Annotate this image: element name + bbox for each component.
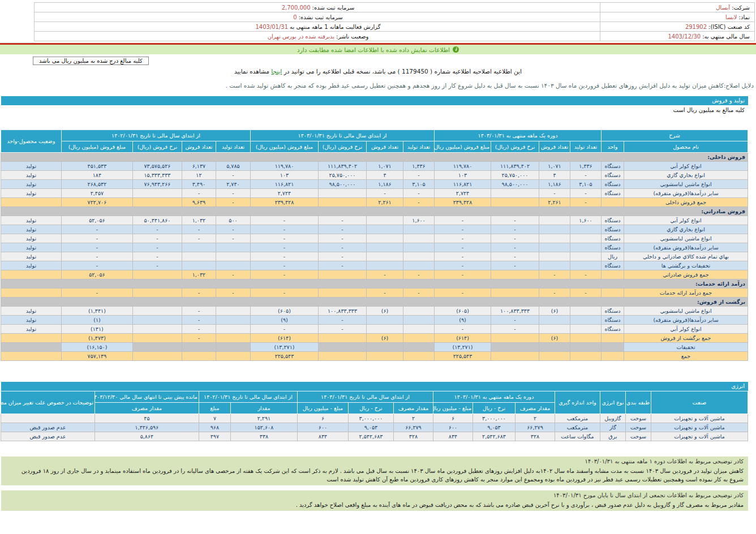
table-cell <box>319 352 367 361</box>
table-cell: تولید <box>1 234 61 243</box>
table-cell: بهاي تمام شده کالاي صادراتي و داخلي <box>624 252 748 261</box>
table-cell: ۷۶,۹۴۳,۲۶۶ <box>132 180 182 189</box>
subheader-amount: مبلغ - میلیون ریال <box>297 403 348 414</box>
table-cell: دستگاه <box>602 261 624 270</box>
table-cell: - <box>132 252 182 261</box>
table-cell: انواع کولر آبي <box>624 325 748 334</box>
table-cell: - <box>491 243 539 252</box>
table-cell: - <box>435 325 491 334</box>
table-cell <box>403 243 435 252</box>
table-cell: دستگاه <box>602 225 624 234</box>
table-cell <box>539 343 570 352</box>
col-group-energy-remain: مانده پیش بیني تا انتهای سال مالي ۱۴۰۳/۱… <box>94 391 199 403</box>
summary-row: جمع فروش صادراتي-------۱,۰۳۲۵۲,۰۵۶ <box>1 270 748 279</box>
company-field: کد صنعت (ISIC):291902 <box>600 22 755 32</box>
table-cell: جمع درآمد ارائه خدمات <box>624 288 748 298</box>
summary-row: جمع۲۲۵,۵۴۳۲۲۵,۵۴۳۷۵۷,۱۳۹ <box>1 352 748 361</box>
table-cell: - <box>182 334 216 343</box>
table-cell: ۱۰۰,۸۳۳,۳۳۳ <box>491 307 539 316</box>
product-row: بهاي تمام شده کالاي صادراتي و داخليریال-… <box>1 252 748 261</box>
company-field: گزارش فعالیت ماهانه 1 ماهه منتهی به1403/… <box>35 22 600 32</box>
production-section-title: تولید و فروش <box>1 96 748 105</box>
col-group-desc: شرح <box>602 130 748 141</box>
table-cell: - <box>367 288 403 298</box>
table-cell: ۱۵۲,۶۰۸ <box>230 423 297 432</box>
table-cell <box>539 352 570 361</box>
table-cell <box>570 334 602 343</box>
table-cell: - <box>250 261 318 270</box>
energy-row: ماشین آلات و تجهیزاتسوختگازوییلمترمکعب۲۳… <box>1 414 748 423</box>
amendment-reasons: دلایل اصلاح:کاهش میزان تولید به دلیل افز… <box>0 82 755 89</box>
table-cell: ۱,۶۰۰ <box>403 216 435 225</box>
table-cell: ۴ <box>367 171 403 180</box>
table-cell <box>132 198 182 207</box>
previous-version-link[interactable]: اینجا <box>271 68 282 75</box>
table-cell <box>216 307 250 316</box>
table-cell <box>539 243 570 252</box>
table-cell <box>367 252 403 261</box>
company-info-row: کد صنعت (ISIC):291902گزارش فعالیت ماهانه… <box>35 22 755 32</box>
table-cell: ۷۲۲,۷۰۶ <box>61 198 132 207</box>
table-cell: تولید <box>1 162 61 171</box>
table-cell <box>216 316 250 325</box>
table-cell: دستگاه <box>602 180 624 189</box>
table-cell <box>182 352 216 361</box>
table-cell: ماشین آلات و تجهیزات <box>651 423 748 432</box>
note-title: کادر توضیحی مربوط به اطلاعات تجمعی از اب… <box>6 492 744 498</box>
table-cell <box>403 261 435 270</box>
table-cell: - <box>491 252 539 261</box>
table-cell <box>1 270 61 279</box>
table-cell: تولید <box>1 252 61 261</box>
table-cell: ۶۶,۲۷۹ <box>393 423 433 432</box>
subheader-amount: مبلغ - میلیون ریال <box>433 403 472 414</box>
table-cell: - <box>250 225 318 234</box>
explanatory-note: کادر توضیحی مربوط به اطلاعات تجمعی از اب… <box>1 490 748 511</box>
table-cell: - <box>61 225 132 234</box>
table-cell <box>1 414 94 423</box>
energy-section-title: انرژی <box>1 382 748 391</box>
subheader-name: نام محصول <box>624 141 748 153</box>
table-cell: ۶,۱۳۷ <box>182 162 216 171</box>
subheader-amount_short: مبلغ <box>199 403 230 414</box>
table-cell: - <box>570 198 602 207</box>
product-row: تخفيفات و برگشتي هادستگاه------تولید <box>1 261 748 270</box>
table-cell: جمع فروش صادراتي <box>624 270 748 279</box>
table-cell <box>602 334 624 343</box>
table-cell: - <box>539 288 570 298</box>
table-cell: (۱۳۱) <box>61 325 132 334</box>
table-cell: - <box>319 316 367 325</box>
table-cell: (۱,۳۴۱) <box>61 307 132 316</box>
table-cell: ۱۱۶,۸۲۱ <box>250 180 318 189</box>
table-cell: مترمکعب <box>555 414 600 423</box>
table-cell: ۴۵۱,۵۳۳ <box>61 162 132 171</box>
table-cell <box>132 307 182 316</box>
col-group-energy-month: دوره یک ماهه منتهي به ۱۴۰۳/۰۱/۳۱ <box>433 391 555 403</box>
subheader-rate: نرخ - ریال <box>473 403 516 414</box>
table-cell: ۶۰۰ <box>297 423 348 432</box>
table-cell: ۳۲۸ <box>393 432 433 441</box>
summary-row: جمع درآمد ارائه خدمات--------- <box>1 288 748 298</box>
table-cell <box>1 288 61 298</box>
table-cell: - <box>250 234 318 243</box>
table-cell: تخفيفات <box>624 343 748 352</box>
table-cell: ۱۸۴ <box>61 171 132 180</box>
col-product-status: وضعیت محصول-واحد <box>1 130 61 153</box>
table-cell <box>539 234 570 243</box>
table-cell: (۶۱۴) <box>435 334 491 343</box>
product-row: انواع بخاري گازيدستگاه-۴۲۵,۷۵۰,۰۰۰۱۰۳-۴۲… <box>1 171 748 180</box>
table-cell <box>216 325 250 334</box>
table-cell: ۵,۷۸۵ <box>216 162 250 171</box>
col-group-month: دوره یک ماهه منتهی به ۱۴۰۳/۰۱/۳۱ <box>435 130 602 141</box>
product-row: ساير درآمدها(فروش متفرقه)دستگاه-(۹)-(۹)-… <box>1 316 748 325</box>
table-cell: (۶۰۵) <box>250 307 318 316</box>
product-row: انواع بخاري گازيدستگاه--------تولید <box>1 225 748 234</box>
amounts-note: کلیه مبالغ به میلیون ریال است <box>1 105 748 115</box>
table-cell: تولید <box>1 316 61 325</box>
table-cell: - <box>570 171 602 180</box>
product-row: انواع کولر آبيدستگاه-----(۱۳۱)تولید <box>1 325 748 334</box>
table-cell <box>570 325 602 334</box>
table-cell: تولید <box>1 216 61 225</box>
table-cell: - <box>61 288 132 298</box>
table-cell: ۳,۰۰۰,۰۰۰ <box>473 414 516 423</box>
table-cell <box>539 216 570 225</box>
